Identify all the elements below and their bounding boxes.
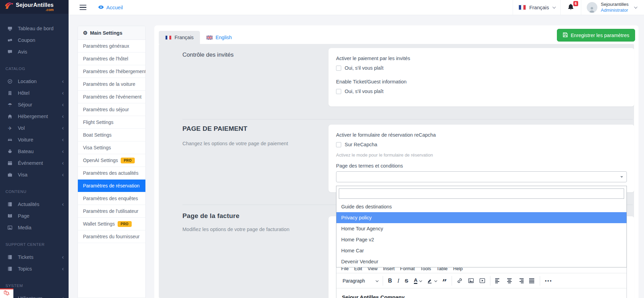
notification-badge: 6 [573,1,578,6]
home-link[interactable]: Accueil [98,4,123,10]
settings-item-utilisateur[interactable]: Paramètres de l'utilisateur [78,205,145,218]
dropdown-option-home-page-v2[interactable]: Home Page v2 [336,234,627,245]
settings-item-voiture[interactable]: Paramètres de la voiture [78,78,145,91]
france-flag-icon [165,35,172,40]
eye-icon [98,4,104,10]
dropdown-option-home-tour-agency[interactable]: Home Tour Agency [336,223,627,234]
align-center-button[interactable] [506,278,512,283]
align-right-button[interactable] [518,278,524,283]
sidebar-item-hotel[interactable]: Hôtel ‹ [0,87,69,99]
settings-item-reservation[interactable]: Paramètres de réservation [78,180,145,192]
sidebar-item-topics[interactable]: Topics ‹ [0,263,69,275]
sidebar-item-bateau[interactable]: Bateau ‹ [0,146,69,157]
chevron-down-icon [419,279,422,282]
blockquote-button[interactable]: ” [442,281,447,284]
gears-icon: ⚙ [83,30,87,35]
save-settings-button[interactable]: Enregistrer les paramètres [557,29,635,42]
brand-logo[interactable]: SejourAntilles .com [0,0,69,14]
rich-text-editor: File Edit View Insert Format Tools Table… [336,264,627,298]
align-left-button[interactable] [495,278,501,283]
insert-image-button[interactable] [468,278,474,284]
user-role: Administrator [601,8,629,13]
home-icon [7,114,13,119]
link-button[interactable] [457,278,463,284]
settings-item-boat[interactable]: Boat Settings [78,129,145,141]
settings-item-flight[interactable]: Flight Settings [78,116,145,129]
dropdown-option-guide-des-destinations[interactable]: Guide des destinations [336,201,627,212]
avatar [587,2,597,13]
dropdown-option-privacy-policy[interactable]: Privacy policy [336,212,627,223]
book-icon [7,214,13,218]
invoice-section-title: Page de la facture [182,212,239,220]
calendar-icon [7,161,13,165]
app-window: SejourAntilles .com Tableau de bord Coup… [0,0,644,298]
chevron-left-icon: ‹ [62,149,64,154]
sidebar-item-visa[interactable]: Visa ‹ [0,169,69,181]
ticket-icon [7,38,13,43]
settings-item-general[interactable]: Paramètres généraux [78,40,145,53]
settings-item-visa[interactable]: Visa Settings [78,141,145,154]
italic-button[interactable]: I [397,278,399,284]
sidebar-item-actualites[interactable]: Actualités ‹ [0,198,69,210]
guest-payment-checkbox[interactable] [336,66,341,71]
settings-item-wallet[interactable]: Wallet SettingsPRO [78,218,145,230]
settings-item-openai[interactable]: OpenAI SettingsPRO [78,154,145,167]
building-icon [7,91,13,95]
settings-item-hebergement[interactable]: Paramètres de l'hébergement [78,65,145,78]
sidebar-section-contenu: CONTENU [0,188,69,195]
highlight-button[interactable] [427,278,437,284]
paragraph-select[interactable]: Paragraph [343,278,378,283]
strikethrough-button[interactable]: S [405,278,408,284]
chevron-left-icon: ‹ [62,254,64,260]
dropdown-option-devenir-vendeur[interactable]: Devenir Vendeur [336,256,627,267]
desktop-icon [7,26,13,31]
ticket-info-checkbox[interactable] [336,89,341,94]
settings-item-evenement[interactable]: Paramètres de l'événement [78,91,145,103]
sidebar-item-vol[interactable]: ✈ Vol ‹ [0,122,69,134]
section-divider [182,119,633,119]
settings-item-hotel[interactable]: Paramètres de l'hôtel [78,53,145,65]
pro-badge: PRO [121,158,135,163]
sidebar-item-coupon[interactable]: Coupon [0,34,69,46]
news-icon [7,202,13,207]
language-selector[interactable]: Français [513,0,560,15]
sidebar-item-media[interactable]: Media [0,222,69,233]
sidebar-item-page[interactable]: Page [0,210,69,222]
sidebar-item-hebergement[interactable]: Hébergement ‹ [0,111,69,122]
chevron-left-icon: ‹ [62,102,64,107]
sidebar-item-location[interactable]: Location ‹ [0,76,69,87]
chevron-down-icon [634,5,637,9]
user-menu[interactable]: Sejourantilles Administrator [581,0,644,15]
bold-button[interactable]: B [388,278,392,284]
sidebar-item-tickets[interactable]: Tickets ‹ [0,251,69,263]
dropdown-option-home-car[interactable]: Home Car [336,245,627,256]
dropdown-search-input[interactable] [339,188,624,199]
select-arrow-icon [620,176,623,178]
umbrella-icon: ☂ [7,102,13,107]
more-tools-button[interactable]: ••• [545,278,552,283]
sidebar-item-avis[interactable]: Avis [0,46,69,58]
recaptcha-checkbox[interactable] [336,142,341,147]
hamburger-menu-icon[interactable] [80,5,86,10]
tab-english[interactable]: English [200,31,238,44]
notifications-button[interactable]: 6 [560,0,581,15]
sidebar-item-evenement[interactable]: Événement ‹ [0,157,69,169]
sidebar-item-dashboard[interactable]: Tableau de bord [0,23,69,34]
sidebar-item-voiture[interactable]: Voiture ‹ [0,134,69,146]
terms-page-select[interactable] [336,171,627,182]
settings-item-actualites[interactable]: Paramètres des actualités [78,167,145,180]
plane-icon: ✈ [7,126,13,131]
settings-item-sejour[interactable]: Paramètres du séjour [78,103,145,116]
editor-content[interactable]: Sejour Antilles Company [336,288,627,298]
sidebar-item-sejour[interactable]: ☂ Séjour ‹ [0,99,69,111]
user-name: Sejourantilles [601,2,629,8]
compass-icon [7,79,13,84]
debugbar-toggle[interactable] [0,288,13,298]
settings-item-enquetes[interactable]: Paramètres des enquêtes [78,192,145,205]
chevron-left-icon: ‹ [62,114,64,119]
settings-item-fournisseur[interactable]: Paramètres du fournisseur [78,230,145,243]
tab-francais[interactable]: Français [159,31,200,44]
align-justify-button[interactable] [529,278,535,283]
insert-media-button[interactable] [479,278,485,284]
text-color-button[interactable]: A [414,277,422,284]
